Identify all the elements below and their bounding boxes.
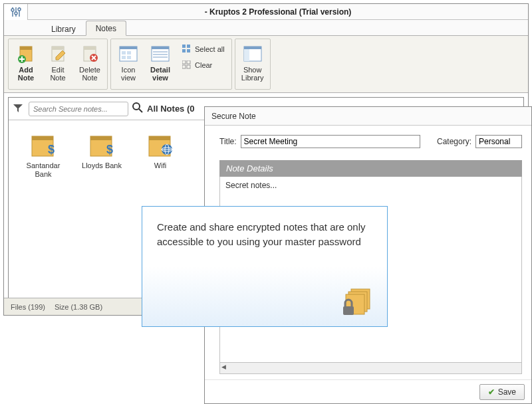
svg-rect-36	[182, 65, 186, 68]
add-note-icon	[15, 43, 37, 64]
clear-label: Clear	[195, 61, 212, 69]
edit-note-icon	[47, 43, 68, 64]
tab-library[interactable]: Library	[41, 21, 86, 36]
svg-point-4	[15, 12, 17, 15]
tab-notes[interactable]: Notes	[86, 21, 126, 36]
title-row: Title: Category:	[219, 135, 522, 148]
svg-rect-21	[122, 51, 126, 54]
tooltip-text: Create and share encrypted notes that ar…	[157, 220, 372, 249]
svg-point-5	[18, 8, 21, 11]
check-icon: ✔	[488, 387, 495, 397]
app-settings-icon[interactable]	[4, 4, 28, 20]
title-input[interactable]	[241, 135, 420, 148]
select-all-label: Select all	[195, 45, 225, 53]
note-item-lloyds[interactable]: $ Lloyds Bank	[82, 132, 122, 179]
tabs: Library Notes	[4, 20, 528, 36]
svg-point-42	[133, 103, 140, 110]
svg-rect-31	[187, 45, 190, 48]
svg-rect-26	[152, 47, 169, 49]
note-globe-icon	[146, 132, 174, 159]
status-files: Files (199)	[11, 303, 45, 311]
save-label: Save	[498, 387, 516, 397]
delete-note-label: Delete Note	[75, 66, 104, 82]
search-magnify-icon[interactable]	[132, 102, 143, 115]
note-item-wifi[interactable]: Wifi	[140, 132, 180, 179]
svg-line-43	[139, 109, 142, 112]
window-title: - Kruptos 2 Professional (Trial version)	[28, 7, 528, 17]
note-details-text: Secret notes...	[225, 181, 277, 190]
category-label: Category:	[437, 137, 471, 146]
note-item-label: Wifi	[154, 161, 166, 170]
show-library-label: Show Library	[238, 66, 267, 82]
svg-text:$: $	[106, 143, 113, 156]
ribbon-group-notes: Add Note Edit Note	[8, 39, 108, 90]
ribbon-group-view: Icon view Detail view	[110, 39, 232, 90]
note-item-label: Santandar Bank	[23, 161, 63, 179]
svg-rect-30	[182, 45, 186, 48]
detail-view-icon	[150, 43, 171, 64]
svg-text:$: $	[48, 143, 55, 156]
icon-view-label: Icon view	[114, 66, 143, 82]
ribbon: Add Note Edit Note	[4, 36, 528, 93]
filter-icon[interactable]	[13, 103, 25, 115]
svg-rect-48	[90, 136, 112, 140]
clear-button[interactable]: Clear	[179, 58, 227, 72]
delete-note-icon	[79, 43, 100, 64]
ribbon-select-col: Select all Clear	[176, 41, 230, 88]
feature-tooltip: Create and share encrypted notes that ar…	[142, 206, 388, 327]
svg-rect-20	[120, 47, 137, 49]
note-item-label: Lloyds Bank	[82, 161, 122, 170]
select-all-button[interactable]: Select all	[179, 42, 227, 56]
svg-rect-15	[84, 47, 96, 50]
titlebar: - Kruptos 2 Professional (Trial version)	[4, 4, 528, 20]
horizontal-scrollbar[interactable]	[219, 363, 522, 374]
select-all-icon	[182, 44, 192, 54]
svg-rect-35	[187, 60, 190, 64]
add-note-label: Add Note	[11, 66, 41, 82]
svg-rect-7	[20, 47, 32, 50]
svg-rect-61	[343, 306, 354, 315]
all-notes-heading: All Notes (0	[147, 104, 195, 114]
svg-rect-34	[182, 60, 186, 64]
icon-view-button[interactable]: Icon view	[112, 41, 144, 88]
svg-point-3	[11, 9, 14, 11]
svg-rect-45	[32, 136, 53, 140]
svg-marker-41	[13, 104, 23, 112]
svg-rect-33	[187, 49, 190, 52]
edit-note-label: Edit Note	[43, 66, 72, 82]
svg-rect-37	[187, 65, 190, 68]
save-button[interactable]: ✔ Save	[479, 384, 525, 400]
icon-view-icon	[118, 43, 139, 64]
svg-rect-23	[122, 56, 126, 59]
svg-rect-32	[182, 49, 186, 52]
ribbon-group-library: Show Library	[235, 39, 271, 90]
detail-view-label: Detail view	[146, 66, 175, 82]
show-library-button[interactable]: Show Library	[237, 41, 269, 88]
show-library-icon	[242, 43, 263, 64]
search-input[interactable]	[29, 102, 128, 116]
svg-rect-51	[149, 136, 170, 140]
clear-icon	[182, 60, 192, 70]
dialog-title: Secure Note	[205, 107, 531, 126]
add-note-button[interactable]: Add Note	[10, 41, 42, 88]
svg-rect-40	[244, 49, 249, 61]
svg-rect-24	[127, 56, 131, 59]
note-item-santandar[interactable]: $ Santandar Bank	[23, 132, 63, 179]
edit-note-button[interactable]: Edit Note	[42, 41, 74, 88]
note-details-header: Note Details	[219, 160, 522, 177]
title-label: Title:	[219, 137, 237, 146]
dialog-footer: ✔ Save	[205, 379, 531, 403]
note-dollar-icon: $	[29, 132, 57, 159]
encrypted-notes-icon	[342, 288, 375, 317]
category-select[interactable]	[475, 135, 522, 148]
note-dollar-icon: $	[88, 132, 116, 159]
status-size: Size (1.38 GB)	[55, 303, 102, 311]
delete-note-button[interactable]: Delete Note	[74, 41, 106, 88]
svg-rect-12	[52, 47, 64, 50]
svg-rect-22	[127, 51, 131, 54]
detail-view-button[interactable]: Detail view	[144, 41, 176, 88]
svg-rect-39	[244, 47, 261, 49]
